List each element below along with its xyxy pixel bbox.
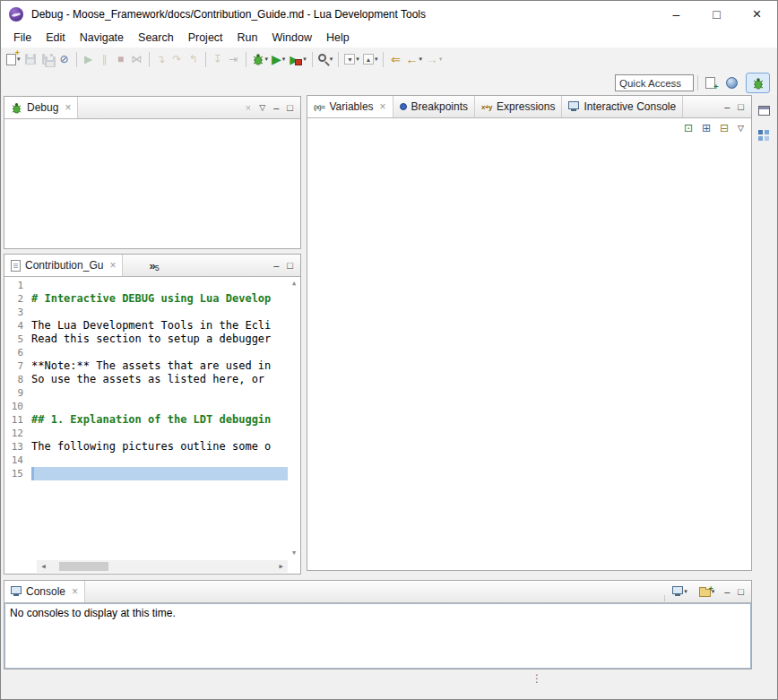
window-close-button[interactable]: × [737, 1, 777, 28]
horizontal-scrollbar[interactable]: ◀ ▶ [37, 560, 288, 573]
window-maximize-button[interactable]: □ [696, 1, 737, 28]
ldt-perspective-button[interactable] [720, 73, 744, 93]
debug-button[interactable]: ▾ [250, 49, 271, 69]
editor-line[interactable]: 3 [4, 306, 288, 319]
external-tools-dropdown-arrow[interactable]: ▾ [303, 56, 307, 63]
last-edit-location-button[interactable]: ⇐ [387, 49, 403, 69]
variables-tab-close-icon[interactable]: × [380, 100, 386, 113]
search-button[interactable]: ▾ [316, 49, 335, 69]
suspend-button[interactable]: ∥ [97, 49, 113, 69]
forward-dropdown-arrow[interactable]: ▾ [439, 56, 443, 63]
show-logical-structures-icon[interactable]: ⊞ [702, 123, 711, 134]
step-over-button[interactable]: ↷ [169, 49, 186, 69]
maximize-view-icon[interactable]: □ [287, 261, 293, 271]
menu-project[interactable]: Project [181, 30, 230, 46]
next-annotation-button[interactable]: ▼▾ [342, 49, 361, 69]
tab-debug[interactable]: Debug × [4, 97, 78, 118]
resume-button[interactable]: ▶ [81, 49, 97, 69]
minimize-view-icon[interactable]: – [724, 587, 730, 597]
debug-tab-close-icon[interactable]: × [65, 101, 71, 114]
new-wizard-button[interactable]: ▾ [4, 49, 22, 69]
sash-drag-handle[interactable]: ⋮ [532, 672, 542, 685]
editor-line[interactable]: 8So use the assets as listed here, or [4, 373, 288, 386]
editor-tab-close-icon[interactable]: × [109, 259, 116, 272]
save-all-button[interactable] [39, 49, 56, 69]
use-step-filters-button[interactable]: ⇥ [226, 49, 242, 69]
editor-body[interactable]: 12# Interactive DEBUG using Lua Develop3… [4, 277, 300, 574]
quick-access-input[interactable] [615, 74, 694, 91]
run-button[interactable]: ▶▾ [270, 49, 287, 69]
search-dropdown-arrow[interactable]: ▾ [330, 56, 333, 63]
minimize-view-icon[interactable]: – [273, 261, 279, 271]
tab-console[interactable]: Console × [4, 581, 85, 602]
menu-window[interactable]: Window [265, 30, 319, 46]
minimize-view-icon[interactable]: – [273, 103, 279, 113]
editor-line[interactable]: 5Read this section to setup a debugger [4, 333, 288, 346]
save-button[interactable] [22, 49, 39, 69]
menu-run[interactable]: Run [230, 30, 265, 46]
external-tools-button[interactable]: ▶▾ [287, 49, 308, 69]
view-menu-icon[interactable]: ▽ [738, 125, 744, 133]
tab-breakpoints[interactable]: Breakpoints [393, 96, 475, 117]
display-console-dropdown-arrow[interactable]: ▾ [684, 588, 687, 595]
show-type-names-icon[interactable]: ⊡ [684, 123, 693, 134]
step-into-button[interactable]: ↴ [153, 49, 169, 69]
maximize-view-icon[interactable]: □ [738, 102, 744, 112]
maximize-view-icon[interactable]: □ [738, 587, 744, 597]
run-dropdown-arrow[interactable]: ▾ [282, 56, 286, 63]
remove-terminated-launches-icon[interactable]: × [246, 103, 251, 113]
drop-to-frame-button[interactable]: ↧ [210, 49, 226, 69]
forward-button[interactable]: →▾ [424, 49, 445, 69]
window-minimize-button[interactable]: – [656, 1, 696, 28]
minimized-outline-view-button[interactable] [754, 126, 774, 144]
back-dropdown-arrow[interactable]: ▾ [419, 56, 422, 63]
editor-line[interactable]: 13The following pictures outline some o [4, 440, 288, 454]
editor-line[interactable]: 10 [4, 400, 288, 413]
editor-line[interactable]: 11## 1. Explanation of the LDT debuggin [4, 413, 288, 427]
scroll-down-icon[interactable]: ▼ [289, 549, 299, 557]
editor-line[interactable]: 15 [4, 467, 288, 480]
disconnect-button[interactable]: ⋈ [129, 49, 145, 69]
tab-interactive-console[interactable]: Interactive Console [562, 96, 683, 117]
menu-file[interactable]: File [6, 30, 39, 46]
editor-tab-overflow-chevron[interactable]: » 5 [143, 255, 165, 276]
console-tab-close-icon[interactable]: × [72, 585, 78, 598]
open-perspective-button[interactable] [702, 73, 718, 93]
tab-expressions[interactable]: x+y Expressions [475, 96, 562, 117]
editor-line[interactable]: 9 [4, 386, 288, 400]
scroll-left-icon[interactable]: ◀ [37, 563, 50, 570]
scrollbar-thumb[interactable] [59, 562, 108, 571]
debug-perspective-button[interactable] [746, 73, 770, 93]
menu-navigate[interactable]: Navigate [73, 30, 131, 46]
previous-annotation-button[interactable]: ▲▾ [361, 49, 380, 69]
scrollbar-track[interactable] [50, 560, 274, 573]
editor-line[interactable]: 1 [4, 279, 288, 292]
next-annotation-dropdown-arrow[interactable]: ▾ [356, 56, 359, 63]
back-button[interactable]: ←▾ [403, 49, 424, 69]
maximize-view-icon[interactable]: □ [287, 103, 293, 113]
menu-edit[interactable]: Edit [39, 30, 73, 46]
editor-line[interactable]: 2# Interactive DEBUG using Lua Develop [4, 292, 288, 306]
collapse-all-icon[interactable]: ⊟ [720, 123, 729, 134]
editor-line[interactable]: 7**Note:** The assets that are used in [4, 359, 288, 373]
tab-contribution-guide[interactable]: Contribution_Gu × [4, 255, 123, 276]
open-console-button[interactable]: ▾ [697, 582, 717, 601]
debug-dropdown-arrow[interactable]: ▾ [265, 56, 269, 63]
display-selected-console-button[interactable]: ▾ [670, 582, 689, 601]
scroll-right-icon[interactable]: ▶ [274, 563, 288, 570]
previous-annotation-dropdown-arrow[interactable]: ▾ [375, 56, 378, 63]
scroll-up-icon[interactable]: ▲ [289, 280, 299, 287]
editor-line[interactable]: 12 [4, 427, 288, 440]
editor-line[interactable]: 4The Lua Development Tools in the Ecli [4, 319, 288, 333]
menu-help[interactable]: Help [319, 30, 357, 46]
skip-all-breakpoints-button[interactable]: ⊘ [56, 49, 73, 69]
terminate-button[interactable]: ■ [113, 49, 129, 69]
editor-line[interactable]: 14 [4, 454, 288, 467]
view-menu-icon[interactable]: ▽ [259, 104, 265, 112]
menu-search[interactable]: Search [131, 30, 181, 46]
tab-variables[interactable]: (x)= Variables × [307, 96, 393, 117]
editor-line[interactable]: 6 [4, 346, 288, 359]
step-return-button[interactable]: ↰ [186, 49, 202, 69]
minimize-view-icon[interactable]: – [724, 102, 730, 112]
restore-minimized-view-button[interactable] [754, 101, 774, 119]
